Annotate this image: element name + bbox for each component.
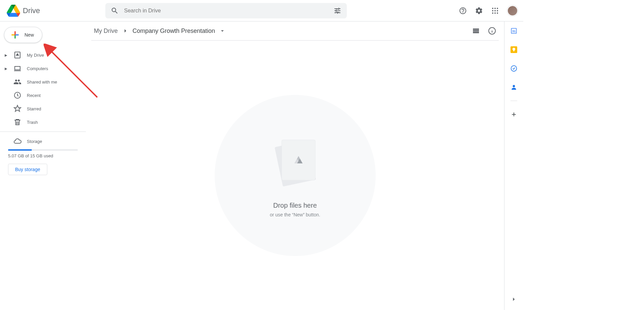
drop-zone: Drop files here or use the “New” button. bbox=[215, 95, 376, 256]
recent-icon bbox=[13, 91, 21, 99]
svg-point-1 bbox=[492, 8, 493, 9]
my-drive-icon bbox=[13, 51, 21, 59]
details-icon[interactable] bbox=[485, 24, 499, 38]
breadcrumb-current[interactable]: Company Growth Presentation bbox=[130, 26, 218, 36]
sidebar-item-starred[interactable]: Starred bbox=[0, 102, 86, 115]
tasks-app-icon[interactable] bbox=[507, 62, 521, 75]
new-button-label: New bbox=[24, 32, 34, 38]
empty-state[interactable]: Drop files here or use the “New” button. bbox=[86, 41, 504, 310]
svg-text:31: 31 bbox=[512, 30, 516, 33]
sidebar-item-recent[interactable]: Recent bbox=[0, 89, 86, 102]
sidebar-item-label: Recent bbox=[27, 93, 41, 98]
calendar-app-icon[interactable]: 31 bbox=[507, 24, 521, 38]
list-view-icon[interactable] bbox=[469, 24, 483, 38]
sidepanel-divider bbox=[511, 101, 517, 101]
svg-point-3 bbox=[497, 8, 498, 9]
svg-point-5 bbox=[494, 10, 496, 11]
support-icon[interactable] bbox=[456, 4, 470, 17]
search-bar[interactable] bbox=[105, 3, 347, 18]
toolbar-actions bbox=[469, 24, 499, 38]
app-header: Drive bbox=[0, 0, 523, 21]
sidebar-item-label: Computers bbox=[27, 66, 48, 71]
svg-point-6 bbox=[497, 10, 498, 11]
svg-point-9 bbox=[497, 12, 498, 14]
add-app-icon[interactable] bbox=[507, 108, 521, 121]
dropdown-caret-icon[interactable] bbox=[219, 28, 226, 34]
toolbar: My Drive Company Growth Presentation bbox=[86, 21, 504, 38]
sidebar-divider bbox=[0, 132, 86, 132]
apps-icon[interactable] bbox=[488, 4, 502, 17]
empty-subtitle: or use the “New” button. bbox=[270, 212, 320, 217]
sidebar-item-storage[interactable]: Storage bbox=[0, 135, 86, 148]
sidebar-item-label: Shared with me bbox=[27, 80, 57, 85]
storage-progress bbox=[8, 149, 78, 151]
empty-files-icon bbox=[268, 133, 322, 194]
svg-point-23 bbox=[513, 85, 515, 87]
new-button[interactable]: New bbox=[4, 27, 42, 43]
shared-icon bbox=[13, 78, 21, 86]
svg-rect-21 bbox=[513, 50, 514, 51]
search-icon[interactable] bbox=[108, 4, 121, 17]
search-input[interactable] bbox=[121, 8, 331, 14]
svg-point-4 bbox=[492, 10, 493, 11]
expand-caret-icon[interactable]: ▶ bbox=[4, 67, 8, 70]
keep-app-icon[interactable] bbox=[507, 43, 521, 56]
svg-point-20 bbox=[513, 48, 515, 50]
sidebar-item-trash[interactable]: Trash bbox=[0, 115, 86, 129]
trash-icon bbox=[13, 118, 21, 126]
storage-progress-fill bbox=[8, 149, 32, 151]
svg-point-8 bbox=[494, 12, 496, 14]
side-panel: 31 bbox=[504, 21, 523, 310]
contacts-app-icon[interactable] bbox=[507, 81, 521, 94]
breadcrumb-root[interactable]: My Drive bbox=[91, 26, 120, 36]
plus-icon bbox=[10, 30, 20, 40]
expand-caret-icon[interactable]: ▶ bbox=[4, 53, 8, 57]
logo-area: Drive bbox=[3, 4, 86, 17]
sidebar-item-computers[interactable]: ▶ Computers bbox=[0, 62, 86, 75]
sidebar-item-my-drive[interactable]: ▶ My Drive bbox=[0, 48, 86, 62]
drive-logo[interactable]: Drive bbox=[3, 4, 40, 17]
chevron-right-icon bbox=[122, 28, 128, 34]
computers-icon bbox=[13, 64, 21, 72]
drive-logo-icon bbox=[7, 4, 20, 17]
sidebar-item-shared[interactable]: Shared with me bbox=[0, 75, 86, 89]
sidebar-item-label: Trash bbox=[27, 120, 38, 125]
sidebar-item-label: My Drive bbox=[27, 53, 44, 58]
svg-point-7 bbox=[492, 12, 493, 14]
sidebar: New ▶ My Drive ▶ Computers Shared with m… bbox=[0, 21, 86, 310]
search-options-icon[interactable] bbox=[331, 4, 344, 17]
sidebar-item-label: Starred bbox=[27, 106, 41, 111]
cloud-icon bbox=[13, 137, 21, 145]
header-actions bbox=[456, 4, 521, 17]
empty-title: Drop files here bbox=[273, 202, 317, 209]
storage-used-text: 5.07 GB of 15 GB used bbox=[8, 153, 78, 158]
hide-sidepanel-icon[interactable] bbox=[507, 293, 521, 306]
settings-icon[interactable] bbox=[472, 4, 486, 17]
star-icon bbox=[13, 105, 21, 113]
main-content: My Drive Company Growth Presentation bbox=[86, 21, 504, 310]
account-avatar[interactable] bbox=[507, 5, 518, 16]
buy-storage-button[interactable]: Buy storage bbox=[8, 164, 47, 175]
storage-label: Storage bbox=[27, 139, 42, 144]
svg-point-2 bbox=[494, 8, 496, 9]
svg-point-22 bbox=[511, 66, 517, 71]
breadcrumb: My Drive Company Growth Presentation bbox=[91, 26, 226, 36]
app-name: Drive bbox=[23, 6, 40, 15]
